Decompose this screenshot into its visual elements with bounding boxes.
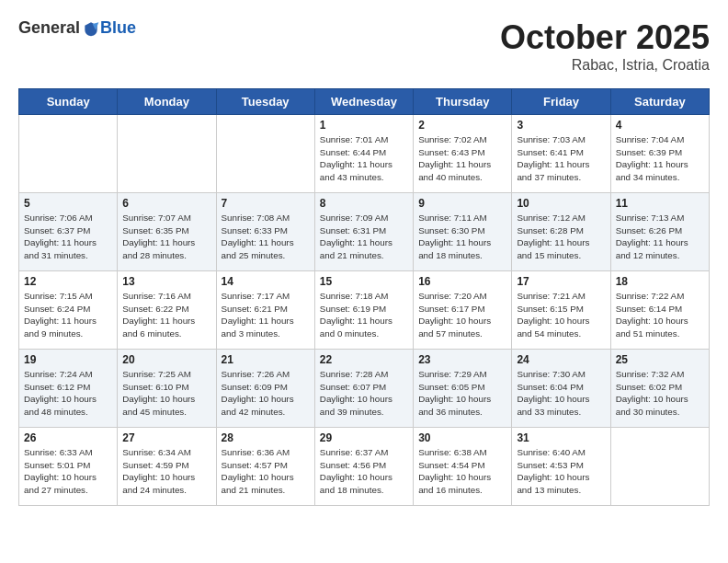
day-number: 10 bbox=[517, 197, 605, 210]
day-info: Sunrise: 7:02 AM Sunset: 6:43 PM Dayligh… bbox=[418, 133, 506, 184]
day-info: Sunrise: 7:09 AM Sunset: 6:31 PM Dayligh… bbox=[320, 212, 408, 262]
weekday-header-friday: Friday bbox=[512, 89, 610, 115]
calendar-cell: 28Sunrise: 6:36 AM Sunset: 4:57 PM Dayli… bbox=[216, 428, 314, 506]
day-info: Sunrise: 7:12 AM Sunset: 6:28 PM Dayligh… bbox=[517, 212, 605, 262]
calendar-week-row: 1Sunrise: 7:01 AM Sunset: 6:44 PM Daylig… bbox=[19, 115, 710, 193]
day-info: Sunrise: 7:30 AM Sunset: 6:04 PM Dayligh… bbox=[517, 368, 605, 419]
day-number: 6 bbox=[122, 197, 210, 210]
day-info: Sunrise: 7:08 AM Sunset: 6:33 PM Dayligh… bbox=[222, 212, 310, 262]
day-info: Sunrise: 6:36 AM Sunset: 4:57 PM Dayligh… bbox=[222, 446, 310, 497]
day-info: Sunrise: 7:24 AM Sunset: 6:12 PM Dayligh… bbox=[24, 368, 112, 419]
day-info: Sunrise: 7:04 AM Sunset: 6:39 PM Dayligh… bbox=[616, 133, 704, 184]
day-info: Sunrise: 7:29 AM Sunset: 6:05 PM Dayligh… bbox=[418, 368, 506, 419]
weekday-header-wednesday: Wednesday bbox=[314, 89, 413, 115]
calendar-cell: 4Sunrise: 7:04 AM Sunset: 6:39 PM Daylig… bbox=[610, 115, 709, 193]
day-number: 31 bbox=[517, 431, 605, 444]
logo-general-text: General bbox=[18, 18, 80, 38]
day-number: 21 bbox=[222, 353, 310, 366]
day-number: 23 bbox=[418, 353, 506, 366]
calendar-cell: 17Sunrise: 7:21 AM Sunset: 6:15 PM Dayli… bbox=[512, 271, 610, 350]
calendar-cell: 24Sunrise: 7:30 AM Sunset: 6:04 PM Dayli… bbox=[512, 350, 610, 428]
day-info: Sunrise: 7:32 AM Sunset: 6:02 PM Dayligh… bbox=[616, 368, 704, 419]
day-number: 25 bbox=[616, 353, 704, 366]
calendar-table: SundayMondayTuesdayWednesdayThursdayFrid… bbox=[18, 88, 710, 506]
day-info: Sunrise: 7:03 AM Sunset: 6:41 PM Dayligh… bbox=[517, 133, 605, 184]
day-number: 19 bbox=[24, 353, 112, 366]
calendar-week-row: 19Sunrise: 7:24 AM Sunset: 6:12 PM Dayli… bbox=[19, 350, 710, 428]
calendar-cell: 25Sunrise: 7:32 AM Sunset: 6:02 PM Dayli… bbox=[610, 350, 709, 428]
calendar-cell: 20Sunrise: 7:25 AM Sunset: 6:10 PM Dayli… bbox=[118, 350, 216, 428]
calendar-cell: 27Sunrise: 6:34 AM Sunset: 4:59 PM Dayli… bbox=[118, 428, 216, 506]
calendar-cell: 18Sunrise: 7:22 AM Sunset: 6:14 PM Dayli… bbox=[610, 271, 709, 350]
calendar-cell: 19Sunrise: 7:24 AM Sunset: 6:12 PM Dayli… bbox=[19, 350, 118, 428]
day-info: Sunrise: 7:26 AM Sunset: 6:09 PM Dayligh… bbox=[222, 368, 310, 419]
calendar-cell: 26Sunrise: 6:33 AM Sunset: 5:01 PM Dayli… bbox=[19, 428, 118, 506]
calendar-week-row: 12Sunrise: 7:15 AM Sunset: 6:24 PM Dayli… bbox=[19, 271, 710, 350]
day-info: Sunrise: 7:11 AM Sunset: 6:30 PM Dayligh… bbox=[418, 212, 506, 262]
day-info: Sunrise: 7:22 AM Sunset: 6:14 PM Dayligh… bbox=[616, 290, 704, 340]
day-info: Sunrise: 7:18 AM Sunset: 6:19 PM Dayligh… bbox=[320, 290, 408, 340]
day-number: 30 bbox=[418, 431, 506, 444]
logo-icon bbox=[82, 19, 100, 38]
day-number: 24 bbox=[517, 353, 605, 366]
day-number: 5 bbox=[24, 197, 112, 210]
day-number: 9 bbox=[418, 197, 506, 210]
title-area: October 2025 Rabac, Istria, Croatia bbox=[500, 18, 710, 74]
day-info: Sunrise: 7:20 AM Sunset: 6:17 PM Dayligh… bbox=[418, 290, 506, 340]
calendar-cell: 10Sunrise: 7:12 AM Sunset: 6:28 PM Dayli… bbox=[512, 193, 610, 271]
day-number: 1 bbox=[320, 119, 408, 132]
weekday-header-thursday: Thursday bbox=[414, 89, 512, 115]
calendar-cell: 21Sunrise: 7:26 AM Sunset: 6:09 PM Dayli… bbox=[216, 350, 314, 428]
day-number: 22 bbox=[320, 353, 408, 366]
calendar-cell: 14Sunrise: 7:17 AM Sunset: 6:21 PM Dayli… bbox=[216, 271, 314, 350]
page-header: General Blue October 2025 Rabac, Istria,… bbox=[18, 18, 710, 74]
weekday-header-tuesday: Tuesday bbox=[216, 89, 314, 115]
day-number: 12 bbox=[24, 275, 112, 288]
day-number: 27 bbox=[122, 431, 210, 444]
day-number: 13 bbox=[122, 275, 210, 288]
day-number: 4 bbox=[616, 119, 704, 132]
day-number: 7 bbox=[222, 197, 310, 210]
day-number: 17 bbox=[517, 275, 605, 288]
calendar-cell: 7Sunrise: 7:08 AM Sunset: 6:33 PM Daylig… bbox=[216, 193, 314, 271]
day-number: 8 bbox=[320, 197, 408, 210]
day-number: 2 bbox=[418, 119, 506, 132]
day-number: 15 bbox=[320, 275, 408, 288]
day-number: 26 bbox=[24, 431, 112, 444]
logo-blue-text: Blue bbox=[100, 18, 136, 38]
day-info: Sunrise: 7:25 AM Sunset: 6:10 PM Dayligh… bbox=[122, 368, 210, 419]
day-number: 3 bbox=[517, 119, 605, 132]
calendar-cell bbox=[19, 115, 118, 193]
day-number: 18 bbox=[616, 275, 704, 288]
weekday-header-sunday: Sunday bbox=[19, 89, 118, 115]
day-number: 29 bbox=[320, 431, 408, 444]
logo: General Blue bbox=[18, 18, 136, 38]
calendar-cell: 15Sunrise: 7:18 AM Sunset: 6:19 PM Dayli… bbox=[314, 271, 413, 350]
calendar-cell: 16Sunrise: 7:20 AM Sunset: 6:17 PM Dayli… bbox=[414, 271, 512, 350]
day-number: 20 bbox=[122, 353, 210, 366]
calendar-cell: 30Sunrise: 6:38 AM Sunset: 4:54 PM Dayli… bbox=[414, 428, 512, 506]
month-title: October 2025 bbox=[500, 18, 710, 57]
calendar-week-row: 5Sunrise: 7:06 AM Sunset: 6:37 PM Daylig… bbox=[19, 193, 710, 271]
calendar-week-row: 26Sunrise: 6:33 AM Sunset: 5:01 PM Dayli… bbox=[19, 428, 710, 506]
calendar-cell bbox=[216, 115, 314, 193]
calendar-cell: 9Sunrise: 7:11 AM Sunset: 6:30 PM Daylig… bbox=[414, 193, 512, 271]
day-info: Sunrise: 7:16 AM Sunset: 6:22 PM Dayligh… bbox=[122, 290, 210, 340]
day-info: Sunrise: 7:01 AM Sunset: 6:44 PM Dayligh… bbox=[320, 133, 408, 184]
calendar-cell: 11Sunrise: 7:13 AM Sunset: 6:26 PM Dayli… bbox=[610, 193, 709, 271]
calendar-cell: 29Sunrise: 6:37 AM Sunset: 4:56 PM Dayli… bbox=[314, 428, 413, 506]
calendar-cell bbox=[118, 115, 216, 193]
day-info: Sunrise: 7:21 AM Sunset: 6:15 PM Dayligh… bbox=[517, 290, 605, 340]
calendar-cell bbox=[610, 428, 709, 506]
calendar-cell: 3Sunrise: 7:03 AM Sunset: 6:41 PM Daylig… bbox=[512, 115, 610, 193]
weekday-header-row: SundayMondayTuesdayWednesdayThursdayFrid… bbox=[19, 89, 710, 115]
day-info: Sunrise: 7:15 AM Sunset: 6:24 PM Dayligh… bbox=[24, 290, 112, 340]
day-number: 16 bbox=[418, 275, 506, 288]
calendar-cell: 1Sunrise: 7:01 AM Sunset: 6:44 PM Daylig… bbox=[314, 115, 413, 193]
day-info: Sunrise: 6:33 AM Sunset: 5:01 PM Dayligh… bbox=[24, 446, 112, 497]
calendar-cell: 23Sunrise: 7:29 AM Sunset: 6:05 PM Dayli… bbox=[414, 350, 512, 428]
day-info: Sunrise: 7:28 AM Sunset: 6:07 PM Dayligh… bbox=[320, 368, 408, 419]
calendar-cell: 2Sunrise: 7:02 AM Sunset: 6:43 PM Daylig… bbox=[414, 115, 512, 193]
day-info: Sunrise: 7:07 AM Sunset: 6:35 PM Dayligh… bbox=[122, 212, 210, 262]
day-number: 28 bbox=[222, 431, 310, 444]
